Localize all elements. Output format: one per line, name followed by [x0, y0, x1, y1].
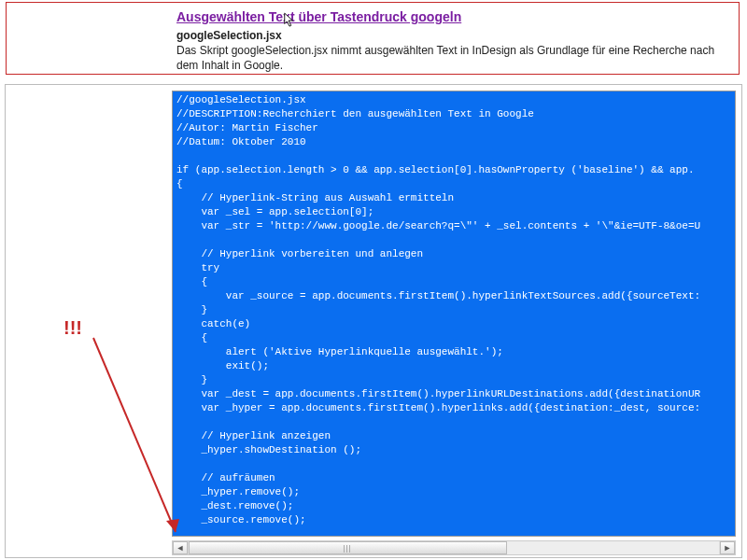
- description-text: Das Skript googleSelection.jsx nimmt aus…: [176, 44, 739, 73]
- header-box: Ausgewählten Text über Tastendruck googe…: [6, 2, 740, 75]
- code-panel: //googleSelection.jsx //DESCRIPTION:Rech…: [5, 84, 742, 558]
- scroll-left-button[interactable]: ◄: [173, 541, 188, 554]
- horizontal-scrollbar[interactable]: ◄ ►: [172, 540, 736, 555]
- code-block[interactable]: //googleSelection.jsx //DESCRIPTION:Rech…: [172, 91, 736, 537]
- filename-label: googleSelection.jsx: [176, 29, 739, 42]
- scroll-track[interactable]: [188, 541, 720, 554]
- title-link[interactable]: Ausgewählten Text über Tastendruck googe…: [176, 9, 461, 24]
- annotation-exclaim: !!!: [63, 317, 82, 339]
- scroll-right-button[interactable]: ►: [720, 541, 735, 554]
- scroll-thumb[interactable]: [189, 541, 507, 554]
